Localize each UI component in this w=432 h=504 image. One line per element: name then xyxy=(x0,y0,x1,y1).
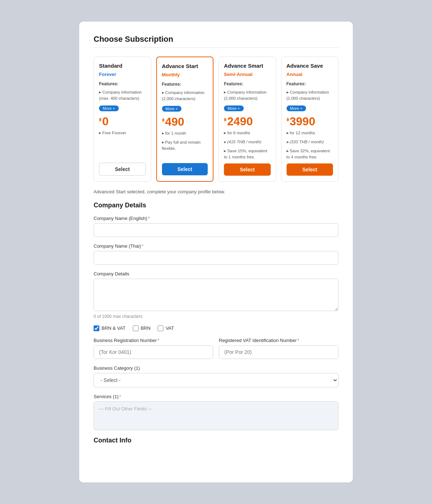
checkbox-brn-input[interactable] xyxy=(133,325,139,331)
vat-group: Registered VAT Identification Number* xyxy=(219,338,338,359)
plan-standard-price-row: ฿ 0 xyxy=(99,116,146,127)
checkbox-brn-vat-input[interactable] xyxy=(94,325,99,331)
plan-advance-smart-period: Semi-Annual xyxy=(224,72,271,77)
vat-label: Registered VAT Identification Number* xyxy=(219,338,338,343)
plan-advance-save-detail-2: Save 32%, equivalent to 4 months free. xyxy=(287,148,333,161)
plan-advance-smart-features-label: Features: xyxy=(224,81,271,86)
plan-advance-save-price: 3990 xyxy=(290,116,315,127)
brn-input[interactable] xyxy=(94,345,213,359)
brn-vat-row: Business Registration Number* Registered… xyxy=(94,338,338,359)
plan-standard-select-btn[interactable]: Select xyxy=(99,163,146,176)
business-category-group: Business Category (1) - Select - xyxy=(94,365,338,387)
plan-standard-name: Standard xyxy=(99,63,146,69)
plan-advance-save-name: Advance Save xyxy=(287,63,333,69)
plan-advance-save-feature-0: Company information (2,000 characters) xyxy=(287,89,333,102)
plans-grid: Standard Forever Features: Company infor… xyxy=(94,57,338,182)
selected-notice: Advanced Start selected, complete your c… xyxy=(94,189,338,194)
company-details-title: Company Details xyxy=(94,202,338,209)
plan-advance-start-price-row: ฿ 490 xyxy=(162,116,208,127)
brn-label: Business Registration Number* xyxy=(94,338,213,343)
plan-advance-start-currency: ฿ xyxy=(162,118,165,122)
vat-input[interactable] xyxy=(219,345,338,359)
checkbox-vat-input[interactable] xyxy=(158,325,163,331)
plan-standard-currency: ฿ xyxy=(99,118,102,122)
services-group: Services (1)* — Fill Out Other Fields — xyxy=(94,394,338,430)
contact-info-title: Contact Info xyxy=(94,437,338,444)
checkbox-vat[interactable]: VAT xyxy=(158,325,174,331)
plan-advance-start-price: 490 xyxy=(165,116,184,127)
plan-advance-save-period: Annual xyxy=(287,72,333,77)
checkbox-brn-vat-label: BRN & VAT xyxy=(102,325,126,331)
checkbox-brn-label: BRN xyxy=(141,325,150,331)
company-details-textarea[interactable] xyxy=(94,279,338,311)
plan-advance-start-feature-0: Company information (2,000 characters) xyxy=(162,90,208,102)
company-name-thai-label: Company Name (Thai)* xyxy=(94,243,338,249)
plan-advance-save-detail-1: (333 THB / month) xyxy=(287,139,333,145)
plan-advance-smart-feature-0: Company information (2,000 characters) xyxy=(224,89,271,102)
services-label: Services (1)* xyxy=(94,394,338,399)
business-category-label: Business Category (1) xyxy=(94,365,338,371)
company-name-english-label: Company Name (English)* xyxy=(94,216,338,221)
plan-advance-smart: Advance Smart Semi-Annual Features: Comp… xyxy=(219,57,276,182)
plan-standard-detail-0: Free Forever xyxy=(99,130,146,136)
plan-advance-smart-more-btn[interactable]: More + xyxy=(224,105,244,111)
section-divider xyxy=(94,48,338,48)
plan-advance-save-detail-0: for 12 months xyxy=(287,130,333,136)
plan-advance-save-select-btn[interactable]: Select xyxy=(287,163,333,176)
checkbox-group: BRN & VAT BRN VAT xyxy=(94,325,338,331)
plan-advance-save: Advance Save Annual Features: Company in… xyxy=(281,57,339,182)
company-name-english-input[interactable] xyxy=(94,223,338,237)
plan-advance-smart-currency: ฿ xyxy=(224,118,226,122)
plan-standard-feature-0: Company information (max. 400 characters… xyxy=(99,89,146,102)
brn-group: Business Registration Number* xyxy=(94,338,213,359)
plan-advance-smart-select-btn[interactable]: Select xyxy=(224,163,271,176)
plan-standard-features-label: Features: xyxy=(99,81,146,86)
business-category-select[interactable]: - Select - xyxy=(94,373,338,387)
plan-advance-smart-detail-0: for 6 months xyxy=(224,130,271,136)
plan-advance-smart-price: 2490 xyxy=(227,116,253,127)
plan-advance-start-features-label: Features: xyxy=(162,82,208,87)
plan-advance-start-more-btn[interactable]: More + xyxy=(162,106,182,112)
services-placeholder: — Fill Out Other Fields — xyxy=(94,401,338,430)
plan-advance-start-select-btn[interactable]: Select xyxy=(162,163,208,175)
plan-standard-price: 0 xyxy=(102,116,109,127)
plan-advance-save-more-btn[interactable]: More + xyxy=(287,105,306,111)
plan-advance-start-detail-0: for 1 month xyxy=(162,130,208,136)
company-name-thai-input[interactable] xyxy=(94,251,338,265)
plan-advance-start-name: Advance Start xyxy=(162,63,208,69)
company-details-label: Company Details xyxy=(94,271,338,276)
char-count: 0 of 1000 max characters xyxy=(94,314,338,319)
plan-advance-save-currency: ฿ xyxy=(287,118,289,122)
plan-advance-start-period: Monthly xyxy=(162,72,208,77)
plan-advance-start: Advance Start Monthly Features: Company … xyxy=(156,57,214,182)
page-title: Choose Subscription xyxy=(94,35,338,44)
checkbox-vat-label: VAT xyxy=(166,325,174,331)
plan-advance-smart-price-row: ฿ 2490 xyxy=(224,116,271,127)
plan-advance-smart-detail-2: Save 15%, equivalent to 1 months free. xyxy=(224,148,271,161)
plan-advance-start-detail-1: Pay full and remain flexible. xyxy=(162,139,208,152)
checkbox-brn[interactable]: BRN xyxy=(133,325,150,331)
company-details-group: Company Details 0 of 1000 max characters xyxy=(94,271,338,319)
plan-advance-smart-name: Advance Smart xyxy=(224,63,271,69)
company-name-english-group: Company Name (English)* xyxy=(94,216,338,237)
plan-advance-save-features-label: Features: xyxy=(287,81,333,86)
plan-standard-period: Forever xyxy=(99,72,146,77)
plan-advance-save-price-row: ฿ 3990 xyxy=(287,116,333,127)
plan-standard-more-btn[interactable]: More + xyxy=(99,105,119,111)
company-name-thai-group: Company Name (Thai)* xyxy=(94,243,338,265)
plan-advance-smart-detail-1: (415 THB / month) xyxy=(224,139,271,145)
checkbox-brn-vat[interactable]: BRN & VAT xyxy=(94,325,126,331)
plan-standard: Standard Forever Features: Company infor… xyxy=(94,57,151,182)
